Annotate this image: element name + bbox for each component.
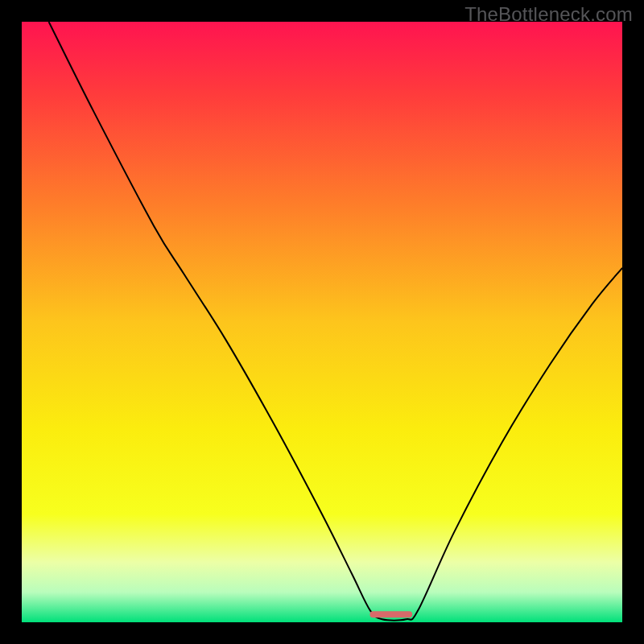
plot-svg bbox=[22, 22, 622, 622]
watermark-text: TheBottleneck.com bbox=[464, 3, 633, 26]
chart-frame: TheBottleneck.com bbox=[0, 0, 644, 644]
plot-background bbox=[22, 22, 622, 622]
plot-area bbox=[22, 22, 622, 622]
